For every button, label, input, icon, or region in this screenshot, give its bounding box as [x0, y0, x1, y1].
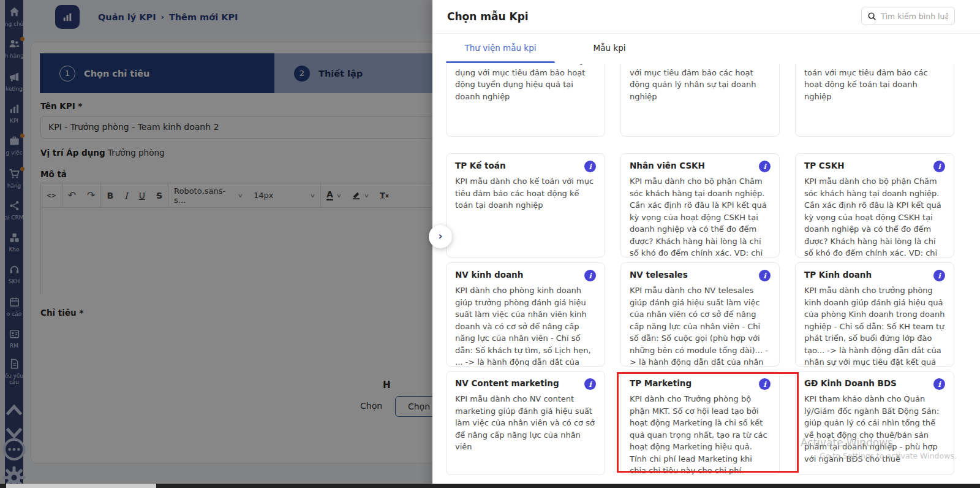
search-box[interactable] — [861, 7, 955, 25]
template-card-grid: i KPI mẫu dành cho nhân viên tuyển dụng … — [432, 0, 980, 488]
search-icon — [867, 12, 876, 21]
template-card-nv-content-marketing[interactable]: NV Content marketingi KPI mẫu dành cho N… — [446, 371, 605, 475]
template-card-tp-ke-toan[interactable]: TP Kế toáni KPI mẫu dành cho kế toán với… — [446, 153, 605, 257]
card-title: NV Content marketing — [455, 378, 559, 388]
chevron-right-icon: › — [438, 230, 442, 242]
modal-title: Chọn mẫu Kpi — [447, 10, 529, 23]
screen: ng chủ h hàng keting KPI g việc hàng al … — [0, 0, 980, 488]
card-title: NV telesales — [630, 270, 688, 280]
info-icon[interactable]: i — [759, 378, 771, 390]
card-title: NV kinh doanh — [455, 270, 523, 280]
info-icon[interactable]: i — [933, 161, 945, 172]
card-description: KPI mẫu dành cho trưởng phòng kinh doanh… — [804, 284, 945, 367]
modal-tabbar: Thư viện mẫu kpi Mẫu kpi — [432, 34, 980, 64]
choose-kpi-template-modal: i KPI mẫu dành cho nhân viên tuyển dụng … — [432, 0, 980, 488]
card-description: KPI dành cho Trưởng phòng bộ phận MKT. S… — [630, 393, 771, 475]
scrollbar-thumb[interactable] — [6, 484, 156, 488]
card-title: TP Kế toán — [455, 161, 506, 170]
card-title: GĐ Kinh Doanh BDS — [804, 378, 897, 388]
card-description: KPI mẫu dành cho kế toán với mục tiêu đả… — [455, 175, 596, 212]
card-title: TP CSKH — [804, 161, 844, 170]
card-title: TP Kinh doanh — [804, 270, 872, 280]
drawer-collapse-button[interactable]: › — [429, 225, 452, 248]
search-input[interactable] — [881, 12, 948, 21]
modal-header: Chọn mẫu Kpi — [432, 0, 980, 34]
card-description: KPI dành cho phòng kinh doanh giúp trưởn… — [455, 284, 596, 367]
info-icon[interactable]: i — [584, 378, 596, 390]
template-card-nv-telesales[interactable]: NV telesalesi KPI mẫu dành cho NV telesa… — [620, 262, 780, 367]
card-description: KPI mẫu dành cho NV content marketing gi… — [455, 393, 596, 453]
info-icon[interactable]: i — [584, 161, 596, 172]
card-description: KPI mẫu dành cho bộ phận Chăm sóc khách … — [804, 175, 945, 257]
card-description: KPI mẫu dành cho bộ phận Chăm sóc khách … — [630, 175, 771, 257]
info-icon[interactable]: i — [759, 270, 771, 281]
info-icon[interactable]: i — [584, 270, 596, 281]
template-card-nv-kinh-doanh[interactable]: NV kinh doanhi KPI dành cho phòng kinh d… — [446, 262, 605, 367]
template-card-tp-marketing[interactable]: TP Marketingi KPI dành cho Trưởng phòng … — [620, 371, 780, 475]
active-tab-underline — [446, 61, 555, 63]
card-title: TP Marketing — [630, 378, 692, 388]
template-card-tp-cskh[interactable]: TP CSKHi KPI mẫu dành cho bộ phận Chăm s… — [795, 153, 954, 257]
tab-thu-vien-mau-kpi[interactable]: Thư viện mẫu kpi — [446, 34, 555, 62]
horizontal-scrollbar[interactable] — [0, 484, 980, 488]
info-icon[interactable]: i — [933, 378, 945, 390]
info-icon[interactable]: i — [759, 161, 771, 172]
template-card-tp-kinh-doanh[interactable]: TP Kinh doanhi KPI mẫu dành cho trưởng p… — [795, 262, 954, 367]
watermark-line1: Activate Windows — [801, 437, 893, 449]
card-title: Nhân viên CSKH — [630, 161, 705, 170]
card-description: KPI mẫu dành cho NV telesales giúp đánh … — [630, 284, 771, 367]
modal-dim-overlay[interactable] — [0, 0, 432, 488]
watermark-line2: Go to Settings to activate Windows. — [820, 451, 957, 460]
info-icon[interactable]: i — [933, 270, 945, 281]
tab-mau-kpi[interactable]: Mẫu kpi — [555, 34, 664, 62]
template-card-nhan-vien-cskh[interactable]: Nhân viên CSKHi KPI mẫu dành cho bộ phận… — [620, 153, 780, 257]
